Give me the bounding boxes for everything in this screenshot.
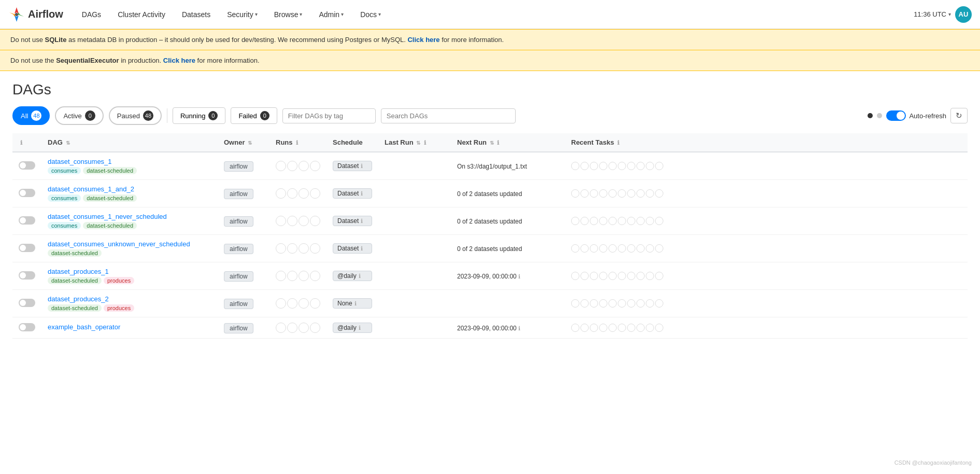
- dag-nextrun-cell: 2023-09-09, 00:00:00 ℹ: [451, 262, 565, 290]
- table-body: dataset_consumes_1consumesdataset-schedu…: [12, 152, 968, 339]
- logo[interactable]: Airflow: [8, 6, 63, 23]
- nav-avatar[interactable]: AU: [955, 6, 972, 23]
- task-circle: [646, 162, 654, 170]
- dag-tag[interactable]: consumes: [48, 167, 81, 174]
- run-circle: [287, 243, 297, 254]
- th-dag[interactable]: DAG ⇅: [41, 133, 218, 152]
- dag-tag[interactable]: dataset-scheduled: [83, 222, 137, 229]
- dag-toggle-cell: [12, 152, 41, 180]
- task-circle: [599, 189, 607, 198]
- filter-all-button[interactable]: All 48: [12, 106, 50, 125]
- auto-refresh-toggle-wrap: Auto-refresh: [886, 110, 946, 121]
- nav-time[interactable]: 11:36 UTC ▾: [914, 10, 951, 18]
- nav-security[interactable]: Security ▾: [221, 6, 264, 23]
- dag-toggle-cell: [12, 262, 41, 290]
- schedule-badge: Dataset ℹ: [333, 243, 372, 254]
- filter-active-button[interactable]: Active 0: [55, 106, 103, 125]
- nav-dags[interactable]: DAGs: [76, 6, 107, 23]
- task-circle: [608, 189, 617, 198]
- dag-nextrun-cell: [451, 290, 565, 317]
- dag-toggle[interactable]: [19, 323, 35, 331]
- task-circle: [636, 189, 645, 198]
- tag-filter-input[interactable]: [282, 108, 376, 123]
- dag-link[interactable]: dataset_consumes_1_never_scheduled: [48, 213, 167, 220]
- schedule-info-icon[interactable]: ℹ: [359, 325, 361, 331]
- run-circle: [299, 298, 309, 309]
- col-info-icon[interactable]: ℹ: [20, 140, 22, 146]
- executor-click-here-link[interactable]: Click here: [163, 57, 195, 64]
- dag-tag[interactable]: produces: [104, 304, 134, 312]
- schedule-info-icon[interactable]: ℹ: [361, 163, 363, 170]
- dag-runs-cell: [269, 317, 326, 339]
- runs-info-icon[interactable]: ℹ: [296, 140, 298, 146]
- nav-datasets[interactable]: Datasets: [176, 6, 217, 23]
- nextrun-row-info-icon[interactable]: ℹ: [518, 325, 520, 331]
- run-circle: [299, 271, 309, 281]
- dag-tag[interactable]: dataset-scheduled: [83, 194, 137, 202]
- search-input[interactable]: [381, 108, 516, 123]
- dag-link[interactable]: dataset_produces_2: [48, 295, 109, 303]
- dag-link[interactable]: dataset_consumes_unknown_never_scheduled: [48, 240, 190, 248]
- dag-link[interactable]: dataset_produces_1: [48, 268, 109, 275]
- task-circle: [618, 299, 626, 308]
- tasks-info-icon[interactable]: ℹ: [617, 140, 619, 146]
- dag-nextrun-cell: 0 of 2 datasets updated: [451, 180, 565, 207]
- run-circle: [310, 271, 320, 281]
- task-circle: [627, 244, 635, 253]
- dag-toggle[interactable]: [19, 271, 35, 280]
- nextrun-info-icon[interactable]: ℹ: [497, 140, 499, 146]
- dag-toggle[interactable]: [19, 161, 35, 170]
- dag-link[interactable]: dataset_consumes_1_and_2: [48, 185, 134, 193]
- dag-link[interactable]: dataset_consumes_1: [48, 158, 112, 165]
- dag-tag[interactable]: dataset-scheduled: [48, 304, 102, 312]
- nav-docs[interactable]: Docs ▾: [354, 6, 387, 23]
- dag-tag[interactable]: dataset-scheduled: [48, 277, 102, 284]
- filter-failed-button[interactable]: Failed 0: [231, 107, 277, 124]
- alert-sqlite: Do not use SQLite as metadata DB in prod…: [0, 29, 980, 50]
- task-circle: [599, 162, 607, 170]
- lastrun-info-icon[interactable]: ℹ: [424, 140, 426, 146]
- nav-cluster-activity[interactable]: Cluster Activity: [111, 6, 172, 23]
- svg-marker-2: [15, 16, 19, 22]
- filter-paused-button[interactable]: Paused 48: [109, 106, 162, 125]
- dag-tag[interactable]: dataset-scheduled: [48, 249, 102, 257]
- refresh-button[interactable]: ↻: [950, 108, 968, 123]
- task-circle: [599, 217, 607, 225]
- dag-owner-cell: airflow: [218, 180, 269, 207]
- sqlite-click-here-link[interactable]: Click here: [407, 36, 439, 44]
- th-nextrun[interactable]: Next Run ⇅ ℹ: [451, 133, 565, 152]
- dag-toggle[interactable]: [19, 189, 35, 197]
- schedule-info-icon[interactable]: ℹ: [361, 245, 363, 252]
- dag-tag[interactable]: consumes: [48, 222, 81, 229]
- nextrun-row-info-icon[interactable]: ℹ: [518, 273, 520, 280]
- dag-tag[interactable]: consumes: [48, 194, 81, 202]
- run-circle: [299, 216, 309, 226]
- th-lastrun[interactable]: Last Run ⇅ ℹ: [378, 133, 451, 152]
- table-row: example_bash_operatorairflow@daily ℹ2023…: [12, 317, 968, 339]
- task-circle: [636, 299, 645, 308]
- schedule-info-icon[interactable]: ℹ: [361, 190, 363, 197]
- dag-toggle[interactable]: [19, 216, 35, 225]
- dag-name-cell: example_bash_operator: [41, 317, 218, 339]
- dag-lastrun-cell: [378, 317, 451, 339]
- filter-running-button[interactable]: Running 0: [173, 107, 225, 124]
- nav-browse[interactable]: Browse ▾: [268, 6, 309, 23]
- schedule-info-icon[interactable]: ℹ: [361, 218, 363, 225]
- schedule-info-icon[interactable]: ℹ: [359, 273, 361, 280]
- dag-tag[interactable]: dataset-scheduled: [83, 167, 137, 174]
- run-circle: [310, 216, 320, 226]
- dag-toggle[interactable]: [19, 244, 35, 252]
- dag-toggle[interactable]: [19, 299, 35, 307]
- table-row: dataset_consumes_1_and_2consumesdataset-…: [12, 180, 968, 207]
- alert-executor: Do not use the SequentialExecutor in pro…: [0, 50, 980, 71]
- th-owner[interactable]: Owner ⇅: [218, 133, 269, 152]
- nav-admin[interactable]: Admin ▾: [313, 6, 350, 23]
- run-circle: [276, 188, 286, 199]
- auto-refresh-toggle[interactable]: [886, 110, 906, 121]
- schedule-info-icon[interactable]: ℹ: [354, 300, 357, 307]
- run-circle: [276, 298, 286, 309]
- task-circle: [627, 272, 635, 280]
- dag-tag[interactable]: produces: [104, 277, 134, 284]
- dag-link[interactable]: example_bash_operator: [48, 323, 120, 331]
- task-circle: [646, 189, 654, 198]
